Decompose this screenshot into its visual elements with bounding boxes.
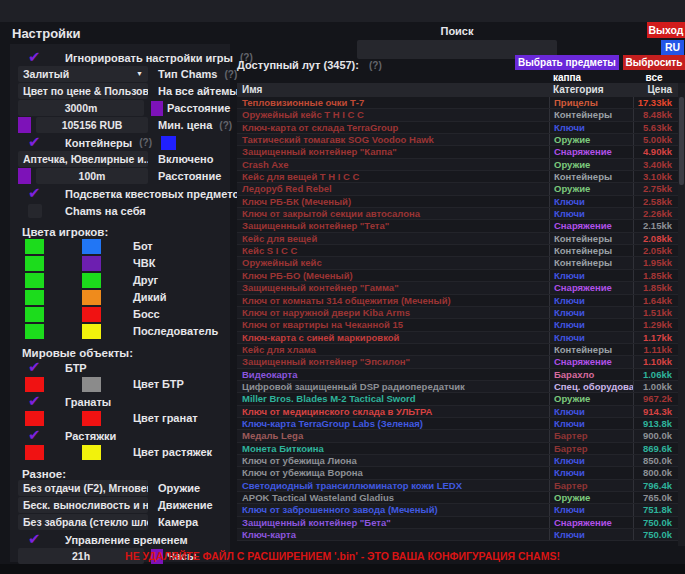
dropdown[interactable]: Без забрала (стекло шлема)▼: [18, 514, 148, 530]
loot-row[interactable]: Защищенный контейнер "Каппа"Снаряжение4.…: [237, 146, 678, 158]
setting-label: Тип Chams(?): [158, 66, 237, 82]
color-swatch[interactable]: [25, 273, 44, 288]
loot-row[interactable]: Кейс для вещейКонтейнеры2.08kk: [237, 233, 678, 245]
loot-row[interactable]: Защищенный контейнер "Тета"Снаряжение2.1…: [237, 220, 678, 232]
setting-label: Движение: [158, 497, 213, 513]
loot-row[interactable]: Защищенный контейнер "Гамма"Снаряжение1.…: [237, 282, 678, 294]
loot-row[interactable]: Монета БиткоинаБартер869.6k: [237, 443, 678, 455]
loot-row[interactable]: Ключ от убежища ВоронаКлючи800.0k: [237, 467, 678, 479]
language-button[interactable]: RU: [661, 40, 684, 55]
loot-row[interactable]: Ключ от комнаты 314 общежития (Меченый)К…: [237, 295, 678, 307]
text-input[interactable]: 3000m: [18, 100, 144, 116]
loot-row[interactable]: Ключ от наружной двери Kiba ArmsКлючи1.5…: [237, 307, 678, 319]
dropdown[interactable]: Аптечка, Ювелирные и...▼: [18, 151, 148, 167]
checkbox-label: Игнорировать настройки игры: [65, 52, 233, 64]
loot-row[interactable]: Защищенный контейнер "Бета"Снаряжение750…: [237, 517, 678, 529]
column-header-price[interactable]: Цена: [633, 83, 678, 97]
text-input[interactable]: 100m: [36, 168, 148, 184]
checkbox[interactable]: [28, 51, 42, 65]
color-swatch[interactable]: [82, 324, 101, 339]
loot-row[interactable]: Ключ-картаКлючи750.0k: [237, 529, 678, 541]
exit-button[interactable]: Выход: [647, 22, 685, 38]
loot-item-price: 1.85kk: [633, 270, 678, 281]
loot-row[interactable]: ВидеокартаБарахло1.06kk: [237, 369, 678, 381]
loot-item-price: 914.3k: [633, 406, 678, 417]
checkbox[interactable]: [28, 204, 42, 218]
select-kappa-items-button[interactable]: Выбрать предметы каппа: [515, 55, 619, 70]
loot-row[interactable]: Цифровой защищенный DSP радиопередатчикС…: [237, 381, 678, 393]
loot-row[interactable]: Miller Bros. Blades M-2 Tactical SwordОр…: [237, 393, 678, 405]
color-swatch[interactable]: [25, 411, 44, 426]
color-swatch[interactable]: [18, 117, 31, 133]
loot-row[interactable]: Кейс S I C CКонтейнеры2.05kk: [237, 245, 678, 257]
loot-row[interactable]: Ключ-карта с синей маркировкойКлючи1.17k…: [237, 332, 678, 344]
setting-label-text: Оружие: [158, 482, 200, 494]
color-swatch[interactable]: [82, 256, 101, 271]
loot-row[interactable]: Ключ от медицинского склада в УЛЬТРАКлюч…: [237, 406, 678, 418]
loot-item-category: Ключи: [549, 455, 633, 466]
color-swatch[interactable]: [18, 168, 31, 184]
text-input[interactable]: 105156 RUB: [36, 117, 148, 133]
checkbox[interactable]: [28, 395, 42, 409]
column-header-name[interactable]: Имя: [237, 83, 549, 97]
column-header-category[interactable]: Категория: [549, 83, 633, 97]
loot-row[interactable]: Кейс для вещей T H I C CКонтейнеры3.10kk: [237, 171, 678, 183]
color-swatch[interactable]: [82, 445, 101, 460]
loot-row[interactable]: Ключ РБ-БК (Меченый)Ключи2.58kk: [237, 196, 678, 208]
loot-row[interactable]: Оружейный кейс T H I C CКонтейнеры8.48kk: [237, 109, 678, 121]
color-swatch[interactable]: [25, 377, 44, 392]
loot-row[interactable]: Защищенный контейнер "Эпсилон"Снаряжение…: [237, 356, 678, 368]
checkbox[interactable]: [28, 187, 42, 201]
title-bar: [0, 0, 685, 22]
drop-all-button[interactable]: Выбросить все: [623, 55, 685, 70]
loot-row[interactable]: Ключ-карта от склада TerraGroupКлючи5.63…: [237, 122, 678, 134]
color-swatch[interactable]: [82, 290, 101, 305]
color-swatch[interactable]: [161, 136, 176, 150]
color-swatch[interactable]: [25, 239, 44, 254]
loot-item-category: Контейнеры: [549, 233, 633, 244]
color-swatch[interactable]: [82, 307, 101, 322]
dropdown[interactable]: Залитый▼: [18, 66, 148, 82]
color-swatch[interactable]: [25, 324, 44, 339]
checkbox[interactable]: [28, 136, 42, 150]
color-swatch[interactable]: [82, 377, 101, 392]
loot-item-price: 1.51kk: [633, 307, 678, 318]
loot-row[interactable]: Кейс для хламаКонтейнеры1.11kk: [237, 344, 678, 356]
loot-row[interactable]: Ключ-карта TerraGroup Labs (Зеленая)Ключ…: [237, 418, 678, 430]
dropdown[interactable]: Цвет по цене & Пользователь▼: [18, 83, 148, 99]
checkbox-label: Контейнеры: [65, 137, 132, 149]
dropdown[interactable]: Беск. выносливость и нет уста▼: [18, 497, 148, 513]
loot-row[interactable]: Ключ от убежища ЛионаКлючи850.0k: [237, 455, 678, 467]
checkbox[interactable]: [28, 429, 42, 443]
color-swatch[interactable]: [25, 256, 44, 271]
color-swatch[interactable]: [82, 273, 101, 288]
color-swatch[interactable]: [151, 101, 163, 116]
loot-row[interactable]: Ключ РБ-БО (Меченый)Ключи1.85kk: [237, 270, 678, 282]
loot-item-category: Оружие: [549, 393, 633, 404]
loot-row[interactable]: Ключ от заброшенного завода (Меченый)Клю…: [237, 504, 678, 516]
loot-item-name: Тепловизионные очки Т-7: [237, 97, 549, 108]
loot-row[interactable]: Тактический томагавк SOG Voodoo HawkОруж…: [237, 134, 678, 146]
color-swatch[interactable]: [82, 239, 101, 254]
loot-row[interactable]: APOK Tactical Wasteland GladiusОружие765…: [237, 492, 678, 504]
settings-row: Беск. выносливость и нет уста▼Движение: [10, 497, 230, 514]
scrollbar-thumb[interactable]: [679, 97, 684, 185]
color-swatch[interactable]: [82, 411, 101, 426]
loot-row[interactable]: Crash AxeОружие3.40kk: [237, 159, 678, 171]
loot-item-price: 5.63kk: [633, 122, 678, 133]
footer-warning: НЕ УДАЛЯЙТЕ ФАЙЛ С РАСШИРЕНИЕМ '.bin' - …: [0, 550, 685, 562]
checkbox[interactable]: [28, 361, 42, 375]
loot-row[interactable]: Ключ от квартиры на Чеканной 15Ключи1.29…: [237, 319, 678, 331]
loot-row[interactable]: Ключ от закрытой секции автосалонаКлючи2…: [237, 208, 678, 220]
checkbox[interactable]: [28, 533, 42, 547]
color-swatch[interactable]: [25, 307, 44, 322]
loot-row[interactable]: Светодиодный трансиллюминатор кожи LEDXБ…: [237, 480, 678, 492]
dropdown[interactable]: Без отдачи (F2), Мгновенное п▼: [18, 480, 148, 496]
loot-row[interactable]: Тепловизионные очки Т-7Прицелы17.33kk: [237, 97, 678, 109]
color-swatch[interactable]: [25, 445, 44, 460]
loot-row[interactable]: Оружейный кейсКонтейнеры1.95kk: [237, 257, 678, 269]
color-swatch[interactable]: [25, 290, 44, 305]
table-scrollbar[interactable]: [678, 83, 685, 546]
loot-row[interactable]: Ледоруб Red RebelОружие2.75kk: [237, 183, 678, 195]
loot-row[interactable]: Медаль LegaБартер900.0k: [237, 430, 678, 442]
